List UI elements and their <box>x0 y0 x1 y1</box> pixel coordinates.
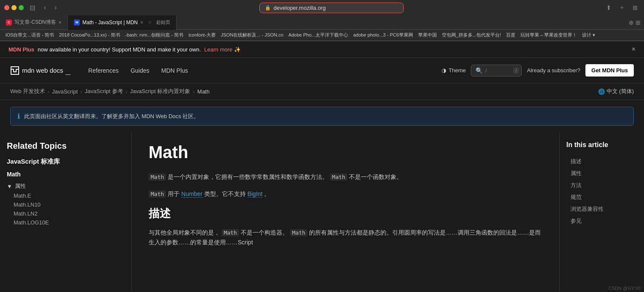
breadcrumb-sep-4: › <box>193 88 194 95</box>
bookmark-cocoapo[interactable]: 2018 CocoaPo...13.xx) - 简书 <box>58 31 121 39</box>
search-box[interactable]: 🔍 / <box>471 65 522 77</box>
breadcrumb-math: Math <box>197 88 210 95</box>
breadcrumb-sep-3: › <box>126 88 127 95</box>
lock-icon: 🔒 <box>265 5 271 11</box>
get-mdn-plus-button[interactable]: Get MDN Plus <box>585 64 634 77</box>
theme-label: Theme <box>449 67 466 74</box>
content-intro-2: Math 用于 Number 类型。它不支持 BigInt 。 <box>149 189 542 199</box>
bookmark-baidu[interactable]: 百度 <box>505 31 517 39</box>
toc-item-compat[interactable]: 浏览器兼容性 <box>566 203 637 215</box>
share-button[interactable]: ⬆ <box>604 3 613 12</box>
tab-close-csdn[interactable]: × <box>59 20 62 26</box>
tab-label-csdn: 写文章-CSDN博客 <box>14 19 56 26</box>
section-heading-describe: 描述 <box>149 206 542 221</box>
bookmark-apple[interactable]: 苹果中国 <box>417 31 438 39</box>
address-bar-container: 🔒 developer.mozilla.org <box>63 3 601 13</box>
bookmark-adobe-photo[interactable]: adobe photo...3 - PC6苹果网 <box>352 31 414 39</box>
mdn-nav: References Guides MDN Plus <box>83 65 193 77</box>
mdn-logo-text: mdn web docs <box>22 67 63 74</box>
tab-grid-view-button[interactable]: ⊞ <box>636 19 641 26</box>
toc-item-spec[interactable]: 规范 <box>566 191 637 203</box>
fullscreen-window-button[interactable] <box>19 5 24 10</box>
minimize-window-button[interactable] <box>11 5 17 10</box>
tab-label-mdn: Math - JavaScript | MDN <box>82 20 138 26</box>
subscriber-text: Already a subscriber? <box>527 67 580 74</box>
tab-grid-button[interactable]: ⊞ <box>630 3 640 12</box>
announcement-close-button[interactable]: × <box>632 45 636 53</box>
bookmark-wanzhuanapple[interactable]: 玩转苹果 – 苹果改变世界！ <box>519 31 578 39</box>
bookmark-design[interactable]: 设计 ▾ <box>581 31 596 39</box>
code-math-4: Math <box>222 229 239 236</box>
nav-mdn-plus[interactable]: MDN Plus <box>156 65 193 77</box>
nav-guides[interactable]: Guides <box>125 65 154 77</box>
sidebar-group-properties-header[interactable]: ▼ 属性 <box>7 181 124 191</box>
breadcrumb-web[interactable]: Web 开发技术 <box>10 88 45 95</box>
toc-item-methods[interactable]: 方法 <box>566 179 637 191</box>
close-window-button[interactable] <box>4 5 9 10</box>
tab-mdn[interactable]: M Math - JavaScript | MDN × ☆ 起始页 <box>68 15 177 30</box>
toc-item-describe[interactable]: 描述 <box>566 156 637 167</box>
sidebar-item-math-ln2[interactable]: Math.LN2 <box>7 209 124 218</box>
sidebar-current-item: Math <box>7 171 124 178</box>
language-selector[interactable]: 🌐 中文 (简体) <box>598 88 634 95</box>
sidebar-item-math-log10e[interactable]: Math.LOG10E <box>7 218 124 227</box>
bookmark-json[interactable]: JSON在线解析及... - JSON.cn <box>219 31 284 39</box>
page-title: Math <box>149 143 542 162</box>
breadcrumb-js-ref[interactable]: JavaScript 参考 <box>85 88 123 95</box>
nav-references[interactable]: References <box>83 65 124 77</box>
lang-label: 中文 (简体) <box>607 88 634 95</box>
search-input[interactable] <box>485 67 511 74</box>
learn-more-link[interactable]: Learn more ✨ <box>204 46 241 53</box>
tab-close-mdn[interactable]: × <box>141 20 143 26</box>
mdn-page: MDN Plus now available in your country! … <box>0 41 644 292</box>
back-button[interactable]: ‹ <box>41 3 48 12</box>
toc-title: In this article <box>566 141 637 149</box>
code-math-3: Math <box>149 190 166 198</box>
number-link[interactable]: Number <box>181 190 202 198</box>
new-tab-plus-button[interactable]: ⊕ <box>629 19 634 26</box>
address-bar[interactable]: 🔒 developer.mozilla.org <box>259 3 404 13</box>
toc-item-seealso[interactable]: 参见 <box>566 215 637 227</box>
theme-icon: ◑ <box>442 67 446 74</box>
mdn-logo-slash: _ <box>66 65 70 75</box>
breadcrumb-bar: Web 开发技术 › JavaScript › JavaScript 参考 › … <box>0 83 644 100</box>
mdn-logo[interactable]: mdn web docs _ <box>10 65 70 75</box>
sidebar-group-arrow-icon: ▼ <box>7 183 12 190</box>
info-banner: ℹ 此页面由社区从英文翻译而来。了解更多并加入 MDN Web Docs 社区。 <box>10 107 634 126</box>
bookmark-ios[interactable]: iOS自带文...语音 - 简书 <box>4 31 55 39</box>
bookmark-adobe-pho[interactable]: Adobe Pho...太平洋下载中心 <box>287 31 349 39</box>
main-layout: Related Topics JavaScript 标准库 Math ▼ 属性 … <box>0 133 644 292</box>
mdn-header: mdn web docs _ References Guides MDN Plu… <box>0 58 644 83</box>
forward-button[interactable]: › <box>52 3 59 12</box>
bookmark-label: 起始页 <box>156 19 170 26</box>
bookmark-star-inline[interactable]: ☆ <box>148 20 152 25</box>
breadcrumb-js-builtin[interactable]: JavaScript 标准内置对象 <box>130 88 190 95</box>
sidebar-group-properties: ▼ 属性 Math.E Math.LN10 Math.LN2 Math.LOG1… <box>7 181 124 227</box>
bookmark-kongbao[interactable]: 空包网_拼多多...包代发平台! <box>441 31 502 39</box>
code-math-5: Math <box>290 229 307 236</box>
url-text: developer.mozilla.org <box>273 5 326 11</box>
bigint-link[interactable]: BigInt <box>247 190 263 198</box>
bookmark-bash[interactable]: -bash: rvm...创根问底 - 简书 <box>124 31 185 39</box>
sidebar-item-math-ln10[interactable]: Math.LN10 <box>7 200 124 209</box>
announcement-text: now available in your country! Support M… <box>38 46 201 53</box>
desc-text-1: 与其他全局对象不同的是， <box>149 229 220 236</box>
new-tab-button[interactable]: ＋ <box>617 3 627 13</box>
breadcrumb-right: 🌐 中文 (简体) <box>598 88 634 95</box>
breadcrumb-javascript[interactable]: JavaScript <box>52 88 78 95</box>
theme-toggle-button[interactable]: ◑ Theme <box>442 67 466 74</box>
toc-item-properties[interactable]: 属性 <box>566 167 637 179</box>
content-description: 与其他全局对象不同的是， Math 不是一个构造器。 Math 的所有属性与方法… <box>149 228 542 248</box>
intro-text-1: 是一个内置对象，它拥有一些数学常数属性和数学函数方法。 <box>168 173 328 180</box>
mdn-plus-text: MDN Plus <box>8 46 34 53</box>
csdn-favicon: C <box>6 20 12 26</box>
sidebar-toggle-button[interactable]: ⊟ <box>27 3 38 13</box>
sidebar-item-math-e[interactable]: Math.E <box>7 191 124 200</box>
tab-csdn[interactable]: C 写文章-CSDN博客 × <box>0 15 68 30</box>
bottom-attribution: CSDN @GY:93 <box>605 284 644 292</box>
tabs-extra: ⊕ ⊞ <box>629 19 644 26</box>
intro-text-4: 类型。它不支持 <box>204 190 247 197</box>
bookmark-iconfont[interactable]: iconfont-大赛 <box>187 31 217 39</box>
bookmarks-bar: iOS自带文...语音 - 简书 2018 CocoaPo...13.xx) -… <box>0 30 644 41</box>
sidebar: Related Topics JavaScript 标准库 Math ▼ 属性 … <box>0 133 132 292</box>
